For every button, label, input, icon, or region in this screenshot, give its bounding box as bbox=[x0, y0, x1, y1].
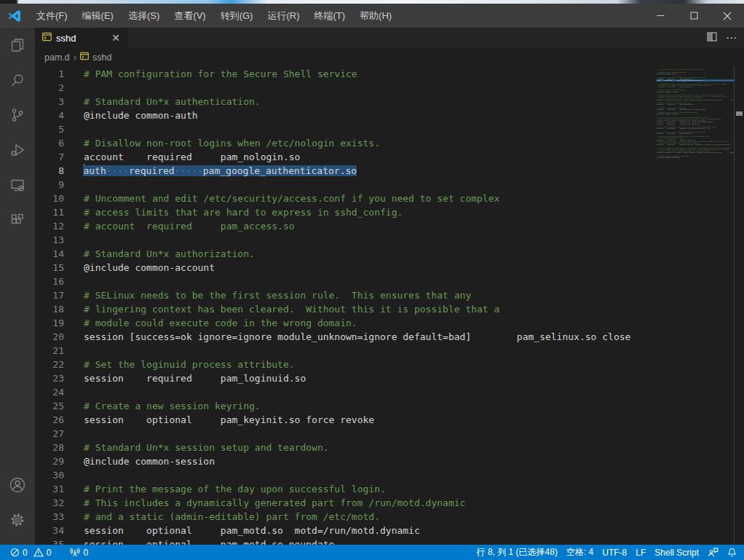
code-line[interactable]: 35session optional pam_motd.so noupdate bbox=[35, 537, 657, 545]
line-number[interactable]: 5 bbox=[35, 122, 64, 136]
code-line[interactable]: 25# Create a new session keyring. bbox=[35, 399, 657, 413]
line-number[interactable]: 27 bbox=[35, 427, 64, 441]
line-number[interactable]: 2 bbox=[35, 81, 64, 95]
code-line[interactable]: 32# This includes a dynamically generate… bbox=[35, 496, 657, 510]
remote-explorer-icon[interactable] bbox=[0, 167, 35, 202]
minimize-icon[interactable] bbox=[644, 4, 677, 28]
line-number[interactable]: 28 bbox=[35, 441, 64, 454]
line-number[interactable]: 4 bbox=[35, 109, 64, 122]
code-pane[interactable]: 1# PAM configuration for the Secure Shel… bbox=[35, 66, 657, 545]
line-number[interactable]: 3 bbox=[35, 95, 64, 109]
code-line[interactable]: 3# Standard Un*x authentication. bbox=[35, 95, 657, 109]
line-number[interactable]: 7 bbox=[35, 150, 64, 164]
extensions-icon[interactable] bbox=[0, 202, 35, 237]
tab-sshd[interactable]: sshd ✕ bbox=[35, 28, 128, 48]
code-line[interactable]: 18# lingering context has been cleared. … bbox=[35, 302, 657, 316]
encoding-setting[interactable]: UTF-8 bbox=[598, 548, 631, 558]
line-number[interactable]: 15 bbox=[35, 261, 64, 275]
code-line[interactable]: 21 bbox=[35, 344, 657, 358]
feedback-icon[interactable] bbox=[703, 548, 723, 557]
line-number[interactable]: 1 bbox=[35, 67, 64, 81]
indentation-setting[interactable]: 空格: 4 bbox=[562, 546, 598, 559]
code-line[interactable]: 19# module could execute code in the wro… bbox=[35, 316, 657, 330]
line-number[interactable]: 8 bbox=[35, 164, 64, 178]
code-line[interactable]: 11# access limits that are hard to expre… bbox=[35, 205, 657, 219]
code-line[interactable]: 29@include common-session bbox=[35, 454, 657, 468]
line-number[interactable]: 25 bbox=[35, 399, 64, 413]
maximize-icon[interactable] bbox=[677, 4, 711, 28]
code-line[interactable]: 14# Standard Un*x authorization. bbox=[35, 247, 657, 261]
code-line[interactable]: 16 bbox=[35, 275, 657, 288]
code-line[interactable]: 28# Standard Un*x session setup and tear… bbox=[35, 441, 657, 454]
line-number[interactable]: 35 bbox=[35, 537, 64, 545]
code-line[interactable]: 2 bbox=[35, 81, 657, 95]
language-mode[interactable]: Shell Script bbox=[650, 548, 703, 558]
code-line[interactable]: 22# Set the loginuid process attribute. bbox=[35, 358, 657, 371]
line-number[interactable]: 23 bbox=[35, 371, 64, 385]
menu-item-7[interactable]: 帮助(H) bbox=[352, 4, 399, 28]
menu-item-6[interactable]: 终端(T) bbox=[306, 4, 352, 28]
menu-item-3[interactable]: 查看(V) bbox=[167, 4, 213, 28]
code-line[interactable]: 24 bbox=[35, 385, 657, 399]
close-icon[interactable] bbox=[711, 4, 744, 28]
line-number[interactable]: 30 bbox=[35, 468, 64, 482]
line-number[interactable]: 26 bbox=[35, 413, 64, 427]
breadcrumb-folder[interactable]: pam.d bbox=[44, 52, 70, 63]
split-editor-icon[interactable] bbox=[707, 31, 717, 44]
line-number[interactable]: 10 bbox=[35, 192, 64, 205]
line-number[interactable]: 13 bbox=[35, 233, 64, 247]
line-number[interactable]: 9 bbox=[35, 178, 64, 192]
ports-indicator[interactable]: 0 bbox=[66, 548, 92, 558]
code-line[interactable]: 9 bbox=[35, 178, 657, 192]
line-number[interactable]: 11 bbox=[35, 205, 64, 219]
line-number[interactable]: 18 bbox=[35, 302, 64, 316]
source-control-icon[interactable] bbox=[0, 98, 35, 133]
code-line[interactable]: 33# and a static (admin-editable) part f… bbox=[35, 510, 657, 524]
code-line[interactable]: 31# Print the message of the day upon su… bbox=[35, 482, 657, 496]
menu-item-2[interactable]: 选择(S) bbox=[121, 4, 167, 28]
line-number[interactable]: 20 bbox=[35, 330, 64, 344]
line-number[interactable]: 16 bbox=[35, 275, 64, 288]
line-number[interactable]: 29 bbox=[35, 454, 64, 468]
line-number[interactable]: 34 bbox=[35, 524, 64, 537]
code-line[interactable]: 7account required pam_nologin.so bbox=[35, 150, 657, 164]
code-line[interactable]: 20session [success=ok ignore=ignore modu… bbox=[35, 330, 657, 344]
line-number[interactable]: 19 bbox=[35, 316, 64, 330]
scrollbar-track[interactable] bbox=[734, 66, 744, 545]
code-line[interactable]: 6# Disallow non-root logins when /etc/no… bbox=[35, 136, 657, 150]
code-line[interactable]: 15@include common-account bbox=[35, 261, 657, 275]
more-actions-icon[interactable]: ⋯ bbox=[726, 31, 737, 44]
menu-item-1[interactable]: 编辑(E) bbox=[75, 4, 121, 28]
line-number[interactable]: 12 bbox=[35, 219, 64, 233]
line-number[interactable]: 32 bbox=[35, 496, 64, 510]
line-number[interactable]: 33 bbox=[35, 510, 64, 524]
cursor-position[interactable]: 行 8, 列 1 (已选择48) bbox=[472, 546, 562, 559]
run-debug-icon[interactable] bbox=[0, 133, 35, 167]
files-icon[interactable] bbox=[0, 28, 35, 63]
code-line[interactable]: 17# SELinux needs to be the first sessio… bbox=[35, 288, 657, 302]
line-number[interactable]: 21 bbox=[35, 344, 64, 358]
line-number[interactable]: 24 bbox=[35, 385, 64, 399]
eol-setting[interactable]: LF bbox=[631, 548, 650, 558]
settings-gear-icon[interactable] bbox=[0, 502, 35, 537]
line-number[interactable]: 31 bbox=[35, 482, 64, 496]
account-icon[interactable] bbox=[0, 468, 35, 502]
tab-close-icon[interactable]: ✕ bbox=[109, 32, 122, 44]
menu-item-4[interactable]: 转到(G) bbox=[213, 4, 261, 28]
menu-item-5[interactable]: 运行(R) bbox=[260, 4, 306, 28]
minimap[interactable]: # PAM configuration for the Secure Shell… bbox=[657, 66, 734, 545]
problems-indicator[interactable]: 0 0 bbox=[6, 548, 55, 558]
code-line[interactable]: 5 bbox=[35, 122, 657, 136]
code-line[interactable]: 12# account required pam_access.so bbox=[35, 219, 657, 233]
code-line[interactable]: 4@include common-auth bbox=[35, 109, 657, 122]
code-line[interactable]: 30 bbox=[35, 468, 657, 482]
line-number[interactable]: 22 bbox=[35, 358, 64, 371]
code-line[interactable]: 26session optional pam_keyinit.so force … bbox=[35, 413, 657, 427]
menu-item-0[interactable]: 文件(F) bbox=[29, 4, 75, 28]
code-line[interactable]: 27 bbox=[35, 427, 657, 441]
code-line[interactable]: 1# PAM configuration for the Secure Shel… bbox=[35, 67, 657, 81]
code-line[interactable]: 23session required pam_loginuid.so bbox=[35, 371, 657, 385]
code-line[interactable]: 13 bbox=[35, 233, 657, 247]
line-number[interactable]: 14 bbox=[35, 247, 64, 261]
line-number[interactable]: 6 bbox=[35, 136, 64, 150]
